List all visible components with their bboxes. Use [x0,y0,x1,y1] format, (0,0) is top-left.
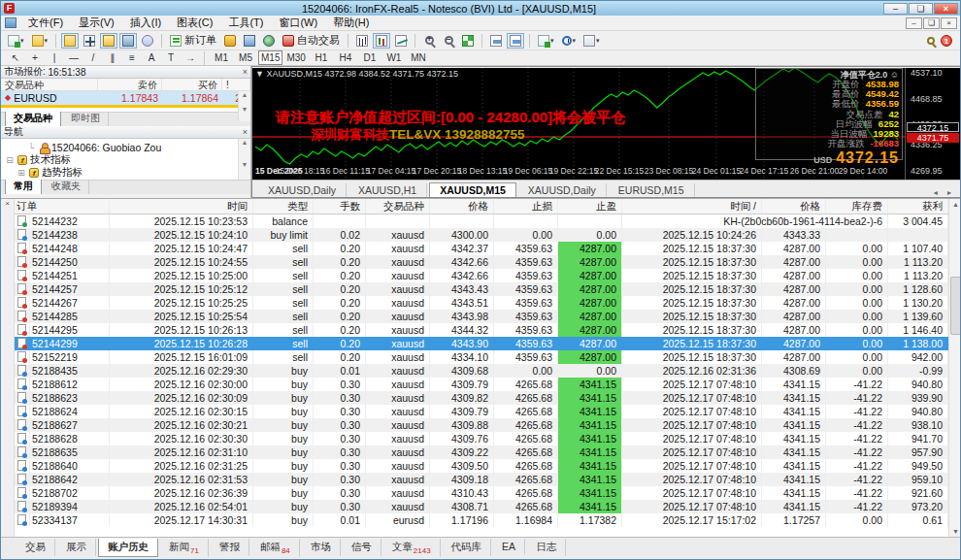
line-chart-button[interactable] [392,33,410,49]
draw-tool-trendline-button[interactable]: / [84,50,102,66]
bottom-tab-4[interactable]: 警报 [211,539,249,556]
market-watch-row-eurusd[interactable]: ◆EURUSD 1.17843 1.17864 21 [1,91,250,105]
history-row[interactable]: 521442502025.12.15 10:24:55sell0.20xauus… [15,255,948,269]
menu-item-3[interactable]: 图表(C) [169,15,220,31]
navigator-close-icon[interactable]: × [243,127,248,137]
web-terminal-button[interactable] [241,33,258,49]
timeframe-m1-button[interactable]: M1 [210,50,233,65]
menu-item-6[interactable]: 帮助(H) [325,15,377,31]
history-row[interactable]: 521893942025.12.16 02:54:01buy0.30xauusd… [15,500,948,513]
expand-icon[interactable]: ⊞ [17,168,26,178]
col-symbol[interactable]: 交易品种 [366,199,430,214]
mw-col-symbol[interactable]: 交易品种 [1,79,98,91]
bottom-tab-7[interactable]: 信号 [343,539,381,556]
col-type[interactable]: 类型 [253,199,314,214]
profiles-button[interactable]: ▾ [29,33,51,49]
history-row[interactable]: 521442512025.12.15 10:25:00sell0.20xauus… [15,269,948,282]
zoom-out-button[interactable] [440,33,457,49]
col-tp[interactable]: 止盈 [558,199,622,214]
col-order[interactable]: 订单 [15,199,110,214]
history-row[interactable]: 521442952025.12.15 10:26:13sell0.20xauus… [15,323,948,337]
history-row[interactable]: 521522192025.12.15 16:01:09sell0.20xauus… [15,350,948,364]
mw-col-spread[interactable]: ! [222,79,250,91]
history-row[interactable]: 521886232025.12.16 02:30:09buy0.30xauusd… [15,391,948,405]
bottom-tab-8[interactable]: 文章2143 [383,539,441,557]
menu-item-1[interactable]: 显示(V) [71,15,122,31]
timeframe-h1-button[interactable]: H1 [310,50,333,65]
menu-item-5[interactable]: 窗口(W) [271,15,325,31]
history-row[interactable]: 523341372025.12.17 14:30:31buy0.01eurusd… [15,513,948,527]
history-row[interactable]: 521442482025.12.15 10:24:47sell0.20xauus… [15,242,948,255]
market-watch-close-icon[interactable]: × [243,67,248,77]
market-watch-toggle[interactable] [61,33,79,49]
chart-tab-1[interactable]: XAUUSD,H1 [348,183,427,197]
chart-tab-0[interactable]: XAUUSD,Daily [258,183,347,197]
history-scrollbar[interactable]: ▲ ▼ [948,199,961,538]
mdi-restore-button[interactable]: ❏ [923,17,940,29]
timeframe-w1-button[interactable]: W1 [382,50,406,65]
bottom-tab-0[interactable]: 交易 [17,539,55,556]
chart-tab-scroll-arrows[interactable]: ◂ ▸ [934,188,955,197]
navigator-toggle[interactable] [100,33,117,49]
price-axis[interactable]: 4537.104468.854402.554336.254269.95 4372… [905,68,961,180]
history-row[interactable]: 521442572025.12.15 10:25:12sell0.20xauus… [15,282,948,296]
mdi-minimize-button[interactable]: – [906,17,922,29]
tree-item-indicators[interactable]: ⊟ f 技术指标 [1,153,250,166]
history-row[interactable]: 521442322025.12.15 10:23:53balanceKH-(2b… [15,214,948,228]
timeframe-h4-button[interactable]: H4 [334,50,357,65]
history-row[interactable]: 521886122025.12.16 02:30:00buy0.30xauusd… [15,378,948,391]
bottom-tab-6[interactable]: 市场 [302,539,341,556]
history-row[interactable]: 521886272025.12.16 02:30:21buy0.30xauusd… [15,418,948,432]
timeframe-m30-button[interactable]: M30 [283,50,308,65]
scrollbar-thumb[interactable] [950,277,961,335]
tab-tick-chart[interactable]: 即时图 [63,111,109,126]
menu-item-4[interactable]: 工具(T) [220,15,271,31]
tab-favorites[interactable]: 收藏夹 [44,179,89,194]
auto-arrange-button[interactable] [487,33,505,49]
history-row[interactable]: 521886422025.12.16 02:31:53buy0.30xauusd… [15,473,948,486]
zoom-in-button[interactable] [420,33,438,49]
col-time2[interactable]: 时间 / [622,199,762,214]
history-row[interactable]: 521442382025.12.15 10:24:10buy limit0.02… [15,228,948,242]
bottom-tab-9[interactable]: 代码库 [443,539,492,556]
menu-item-0[interactable]: 文件(F) [20,15,71,31]
draw-tool-text-button[interactable]: A [143,50,160,66]
timeframe-d1-button[interactable]: D1 [358,50,381,65]
bottom-tab-1[interactable]: 展示 [57,539,96,556]
bottom-tab-11[interactable]: 日志 [527,539,566,556]
deposit-button[interactable] [221,33,239,49]
community-button[interactable] [260,33,278,49]
col-swap[interactable]: 库存费 [826,199,888,214]
bottom-tab-10[interactable]: EA [493,539,525,554]
draw-tool-cursor-button[interactable]: ↖ [7,50,24,66]
mw-col-bid[interactable]: 卖价 [98,79,162,91]
draw-tool-label-button[interactable]: T [162,50,180,66]
history-row[interactable]: 521886352025.12.16 02:31:10buy0.30xauusd… [15,445,948,459]
close-button[interactable]: × [934,3,958,15]
templates-button[interactable]: ▾ [580,33,603,49]
notification-badge[interactable]: 1 [941,35,952,47]
periods-button[interactable]: ▾ [559,33,580,49]
search-icon[interactable] [927,37,935,45]
mw-col-ask[interactable]: 买价 [162,79,222,91]
menu-item-2[interactable]: 插入(I) [122,15,169,31]
history-row[interactable]: 521442852025.12.15 10:25:54sell0.20xauus… [15,310,948,323]
toolbox-toggle[interactable] [119,33,137,49]
draw-tool-vertical-line-button[interactable]: | [46,50,63,66]
maximize-button[interactable]: ❏ [909,3,933,15]
history-row[interactable]: 521886282025.12.16 02:30:30buy0.30xauusd… [15,432,948,445]
new-order-button[interactable]: 新订单 [167,33,219,49]
market-watch-scrollbar[interactable]: ▲▼ [238,91,250,121]
history-row[interactable]: 521442992025.12.15 10:26:28sell0.20xauus… [15,337,948,350]
draw-tool-arrows-button[interactable]: → [182,50,199,66]
minimize-button[interactable]: – [883,3,908,15]
chart-plot-area[interactable]: ▼ XAUUSD,M15 4372.98 4384.52 4371.75 437… [252,68,905,180]
bottom-tab-5[interactable]: 邮箱84 [251,539,300,557]
toolbox-close-icon[interactable]: × [5,199,10,208]
bottom-tab-2[interactable]: 账户历史 [98,539,158,557]
chart-shift-button[interactable] [507,33,524,49]
history-row[interactable]: 521887022025.12.16 02:36:39buy0.30xauusd… [15,486,948,500]
mdi-close-button[interactable]: × [941,17,957,29]
tile-windows-button[interactable] [459,33,477,49]
indicators-button[interactable]: ▾ [535,33,557,49]
